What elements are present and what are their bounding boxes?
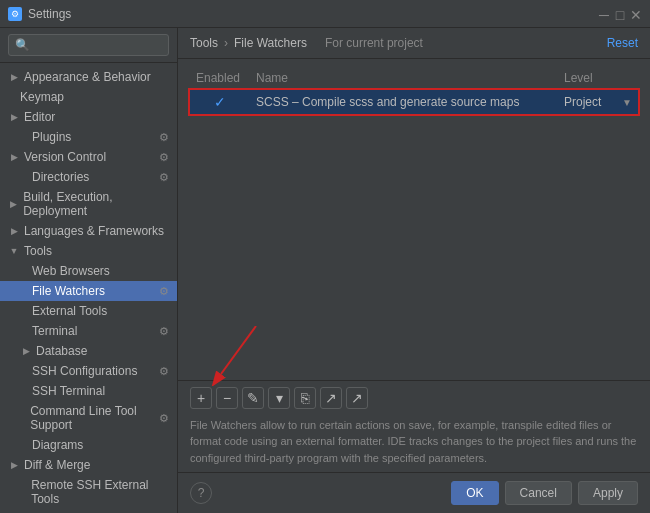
col-enabled: Enabled bbox=[190, 67, 250, 90]
sidebar-item-file-watchers[interactable]: File Watchers ⚙ bbox=[0, 281, 177, 301]
sidebar-item-database[interactable]: ▶ Database bbox=[0, 341, 177, 361]
remove-button[interactable]: − bbox=[216, 387, 238, 409]
nav-items: ▶ Appearance & Behavior Keymap ▶ Editor … bbox=[0, 63, 177, 513]
content-panel: Tools › File Watchers For current projec… bbox=[178, 28, 650, 513]
app-icon: ⚙ bbox=[8, 7, 22, 21]
sidebar-item-tools[interactable]: ▼ Tools bbox=[0, 241, 177, 261]
help-button[interactable]: ? bbox=[190, 482, 212, 504]
chevron-right-icon: ▶ bbox=[8, 459, 20, 471]
sidebar-item-keymap[interactable]: Keymap bbox=[0, 87, 177, 107]
search-box[interactable] bbox=[0, 28, 177, 63]
sidebar-item-directories[interactable]: Directories ⚙ bbox=[0, 167, 177, 187]
settings-icon: ⚙ bbox=[159, 325, 169, 338]
window-title: Settings bbox=[28, 7, 71, 21]
chevron-right-icon: ▶ bbox=[8, 198, 19, 210]
sidebar-item-ssh-configs[interactable]: SSH Configurations ⚙ bbox=[0, 361, 177, 381]
col-name: Name bbox=[250, 67, 558, 90]
chevron-down-icon: ▼ bbox=[8, 245, 20, 257]
search-input[interactable] bbox=[8, 34, 169, 56]
close-button[interactable]: ✕ bbox=[630, 8, 642, 20]
chevron-right-icon: ▶ bbox=[8, 225, 20, 237]
chevron-right-icon: ▶ bbox=[8, 111, 20, 123]
import-button[interactable]: ↗ bbox=[346, 387, 368, 409]
chevron-right-icon: ▶ bbox=[20, 345, 32, 357]
sidebar-item-build[interactable]: ▶ Build, Execution, Deployment bbox=[0, 187, 177, 221]
ok-button[interactable]: OK bbox=[451, 481, 498, 505]
checkbox-checked-icon: ✓ bbox=[214, 94, 226, 110]
export-button[interactable]: ↗ bbox=[320, 387, 342, 409]
description-text: File Watchers allow to run certain actio… bbox=[190, 417, 638, 467]
copy-button[interactable]: ⎘ bbox=[294, 387, 316, 409]
breadcrumb: Tools › File Watchers For current projec… bbox=[190, 36, 423, 50]
breadcrumb-parent: Tools bbox=[190, 36, 218, 50]
settings-icon: ⚙ bbox=[159, 171, 169, 184]
col-level: Level bbox=[558, 67, 638, 90]
reset-link[interactable]: Reset bbox=[607, 36, 638, 50]
settings-icon: ⚙ bbox=[159, 151, 169, 164]
main-layout: ▶ Appearance & Behavior Keymap ▶ Editor … bbox=[0, 28, 650, 513]
sidebar-item-appearance[interactable]: ▶ Appearance & Behavior bbox=[0, 67, 177, 87]
settings-icon: ⚙ bbox=[159, 285, 169, 298]
bottom-toolbar: + − ✎ ▾ ⎘ ↗ ↗ File Watchers allow to run… bbox=[178, 380, 650, 473]
apply-button[interactable]: Apply bbox=[578, 481, 638, 505]
sidebar-item-editor[interactable]: ▶ Editor bbox=[0, 107, 177, 127]
chevron-right-icon: ▶ bbox=[8, 71, 20, 83]
maximize-button[interactable]: □ bbox=[614, 8, 626, 20]
sidebar-item-plugins[interactable]: Plugins ⚙ bbox=[0, 127, 177, 147]
sidebar-item-external-tools[interactable]: External Tools bbox=[0, 301, 177, 321]
minimize-button[interactable]: ─ bbox=[598, 8, 610, 20]
add-button[interactable]: + bbox=[190, 387, 212, 409]
sidebar: ▶ Appearance & Behavior Keymap ▶ Editor … bbox=[0, 28, 178, 513]
cancel-button[interactable]: Cancel bbox=[505, 481, 572, 505]
sidebar-item-terminal[interactable]: Terminal ⚙ bbox=[0, 321, 177, 341]
breadcrumb-separator: › bbox=[224, 36, 228, 50]
name-cell: SCSS – Compile scss and generate source … bbox=[250, 90, 558, 115]
content-header: Tools › File Watchers For current projec… bbox=[178, 28, 650, 59]
dropdown-button[interactable]: ▾ bbox=[268, 387, 290, 409]
dropdown-arrow-icon[interactable]: ▼ bbox=[622, 97, 632, 108]
enabled-cell[interactable]: ✓ bbox=[190, 90, 250, 115]
chevron-right-icon: ▶ bbox=[8, 151, 20, 163]
sidebar-item-web-browsers[interactable]: Web Browsers bbox=[0, 261, 177, 281]
sidebar-item-ssh-terminal[interactable]: SSH Terminal bbox=[0, 381, 177, 401]
settings-icon: ⚙ bbox=[159, 412, 169, 425]
sidebar-item-command-line[interactable]: Command Line Tool Support ⚙ bbox=[0, 401, 177, 435]
settings-icon: ⚙ bbox=[159, 131, 169, 144]
table-area: Enabled Name Level ✓ SCSS – Compile scss… bbox=[178, 59, 650, 380]
sidebar-item-remote-ssh[interactable]: Remote SSH External Tools bbox=[0, 475, 177, 509]
footer: ? OK Cancel Apply bbox=[178, 472, 650, 513]
sidebar-item-languages[interactable]: ▶ Languages & Frameworks bbox=[0, 221, 177, 241]
sidebar-item-diagrams[interactable]: Diagrams bbox=[0, 435, 177, 455]
toolbar-buttons: + − ✎ ▾ ⎘ ↗ ↗ bbox=[190, 387, 638, 409]
level-cell: Project ▼ bbox=[558, 90, 638, 115]
watchers-table: Enabled Name Level ✓ SCSS – Compile scss… bbox=[190, 67, 638, 114]
table-row[interactable]: ✓ SCSS – Compile scss and generate sourc… bbox=[190, 90, 638, 115]
sidebar-item-server-certs[interactable]: Server Certificates bbox=[0, 509, 177, 513]
tab-for-current[interactable]: For current project bbox=[325, 36, 423, 50]
settings-icon: ⚙ bbox=[159, 365, 169, 378]
sidebar-item-diff-merge[interactable]: ▶ Diff & Merge bbox=[0, 455, 177, 475]
title-bar: ⚙ Settings ─ □ ✕ bbox=[0, 0, 650, 28]
edit-button[interactable]: ✎ bbox=[242, 387, 264, 409]
breadcrumb-current: File Watchers bbox=[234, 36, 307, 50]
sidebar-item-version-control[interactable]: ▶ Version Control ⚙ bbox=[0, 147, 177, 167]
